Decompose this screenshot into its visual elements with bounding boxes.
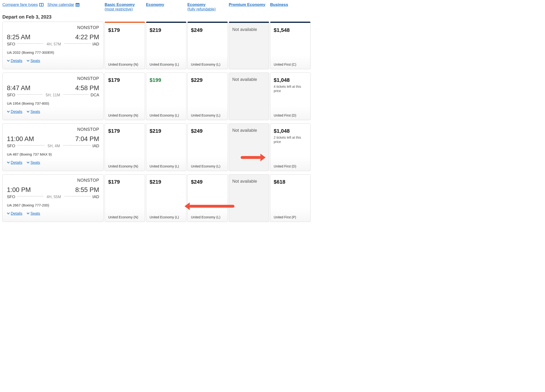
show-calendar-link[interactable]: Show calendar	[47, 2, 79, 7]
flight-card: NONSTOP11:00 AM7:04 PMSFO5H, 4MIADUA 487…	[2, 124, 104, 171]
cabin-class-label: United Economy (N)	[108, 164, 142, 169]
fare-cell[interactable]: $179United Economy (N)	[105, 73, 145, 120]
stops-label: NONSTOP	[7, 76, 99, 81]
route-line	[63, 94, 89, 95]
not-available-label: Not available	[232, 128, 266, 133]
cabin-class-label: United Economy (L)	[149, 164, 183, 169]
compare-fare-types-link[interactable]: Compare fare types	[2, 2, 43, 7]
stops-label: NONSTOP	[7, 127, 99, 132]
fare-header-premium-economy[interactable]: Premium Economy	[229, 2, 269, 7]
fare-price: $199	[149, 77, 183, 83]
cabin-class-label: United Economy (L)	[149, 62, 183, 67]
seats-link[interactable]: Seats	[27, 161, 40, 165]
route-line	[64, 196, 91, 196]
cabin-class-label: United Economy (L)	[191, 215, 224, 219]
origin-code: SFO	[7, 42, 15, 47]
fare-cell[interactable]: $618United First (P)	[270, 174, 310, 222]
flight-card: NONSTOP1:00 PM8:55 PMSFO4H, 55MIADUA 266…	[2, 174, 104, 222]
fare-header-economy-refundable[interactable]: Economy(fully refundable)	[187, 2, 228, 12]
fare-cell[interactable]: $219United Economy (L)	[146, 174, 186, 222]
chevron-down-icon	[27, 212, 30, 216]
fare-cell: Not available	[229, 174, 269, 222]
cabin-class-label: United Economy (L)	[149, 113, 183, 118]
cabin-class-label: United Economy (N)	[108, 62, 142, 67]
fare-header-business[interactable]: Business	[270, 2, 310, 7]
cabin-class-label: United Economy (L)	[191, 62, 224, 67]
fare-price: $179	[108, 179, 142, 185]
seats-link[interactable]: Seats	[27, 110, 40, 114]
fare-header-basic-economy[interactable]: Basic Economy(most restrictive)	[105, 2, 145, 12]
fare-compare-icon	[39, 3, 43, 6]
chevron-down-icon	[7, 212, 10, 216]
seats-link[interactable]: Seats	[27, 212, 40, 216]
fare-price: $249	[191, 128, 224, 134]
cabin-class-label: United Economy (L)	[191, 113, 224, 118]
departure-time: 11:00 AM	[7, 135, 34, 143]
origin-code: SFO	[7, 93, 15, 98]
destination-code: IAD	[93, 144, 99, 149]
chevron-down-icon	[27, 161, 30, 165]
fare-cell[interactable]: $249United Economy (L)	[187, 124, 228, 171]
not-available-label: Not available	[232, 179, 266, 184]
seats-remaining-note: 2 tickets left at this price	[274, 136, 307, 144]
departure-time: 1:00 PM	[7, 186, 31, 194]
chevron-down-icon	[27, 59, 30, 63]
destination-code: DCA	[91, 93, 99, 98]
details-link[interactable]: Details	[7, 59, 22, 63]
departure-time: 8:25 AM	[7, 34, 31, 41]
fare-cell[interactable]: $219United Economy (L)	[146, 124, 186, 171]
route-line	[17, 94, 42, 95]
cabin-class-label: United Economy (L)	[149, 215, 183, 219]
cabin-class-label: United Economy (N)	[108, 113, 142, 118]
seats-link[interactable]: Seats	[27, 59, 40, 63]
flight-number-aircraft: UA 2667 (Boeing 777-200)	[7, 203, 99, 207]
fare-price: $219	[149, 128, 183, 134]
fare-cell: Not available	[229, 124, 269, 171]
cabin-class-label: United First (D)	[274, 113, 307, 118]
chevron-down-icon	[7, 59, 10, 63]
fare-price: $1,548	[274, 27, 307, 33]
flight-card: NONSTOP8:25 AM4:22 PMSFO4H, 57MIADUA 203…	[2, 22, 104, 69]
flight-number-aircraft: UA 1954 (Boeing 737-800)	[7, 101, 99, 105]
duration-label: 4H, 55M	[45, 195, 62, 199]
fare-cell[interactable]: $179United Economy (N)	[105, 174, 145, 222]
departure-time: 8:47 AM	[7, 84, 31, 92]
not-available-label: Not available	[232, 77, 266, 82]
destination-code: IAD	[93, 195, 99, 199]
svg-rect-1	[40, 4, 41, 6]
fare-cell: Not available	[229, 22, 269, 69]
duration-label: 5H, 11M	[44, 93, 61, 97]
fare-cell[interactable]: $1,548United First (C)	[270, 22, 310, 69]
arrival-time: 4:58 PM	[75, 84, 99, 92]
details-link[interactable]: Details	[7, 161, 22, 165]
origin-code: SFO	[7, 195, 15, 199]
fare-header-economy[interactable]: Economy	[146, 2, 186, 7]
fare-cell[interactable]: $249United Economy (L)	[187, 22, 228, 69]
fare-cell[interactable]: $219United Economy (L)	[146, 22, 186, 69]
fare-price: $249	[191, 27, 224, 33]
details-link[interactable]: Details	[7, 110, 22, 114]
destination-code: IAD	[93, 42, 99, 47]
chevron-down-icon	[27, 110, 30, 114]
fare-price: $179	[108, 128, 142, 134]
fare-price: $229	[191, 77, 224, 83]
cabin-class-label: United Economy (L)	[191, 164, 224, 169]
fare-price: $179	[108, 27, 142, 33]
stops-label: NONSTOP	[7, 178, 99, 183]
flight-number-aircraft: UA 487 (Boeing 737 MAX 9)	[7, 152, 99, 156]
duration-label: 4H, 57M	[45, 42, 62, 46]
route-line	[17, 43, 43, 44]
fare-cell[interactable]: $179United Economy (N)	[105, 22, 145, 69]
fare-cell[interactable]: $229United Economy (L)	[187, 73, 228, 120]
fare-price: $179	[108, 77, 142, 83]
fare-price: $1,048	[274, 128, 307, 134]
fare-cell[interactable]: $199United Economy (L)	[146, 73, 186, 120]
cabin-class-label: United First (C)	[274, 62, 307, 67]
chevron-down-icon	[7, 110, 10, 114]
details-link[interactable]: Details	[7, 212, 22, 216]
fare-cell[interactable]: $179United Economy (N)	[105, 124, 145, 171]
fare-cell[interactable]: $249United Economy (L)	[187, 174, 228, 222]
fare-price: $618	[274, 179, 307, 185]
fare-cell[interactable]: $1,0482 tickets left at this priceUnited…	[270, 124, 310, 171]
fare-cell[interactable]: $1,0484 tickets left at this priceUnited…	[270, 73, 310, 120]
